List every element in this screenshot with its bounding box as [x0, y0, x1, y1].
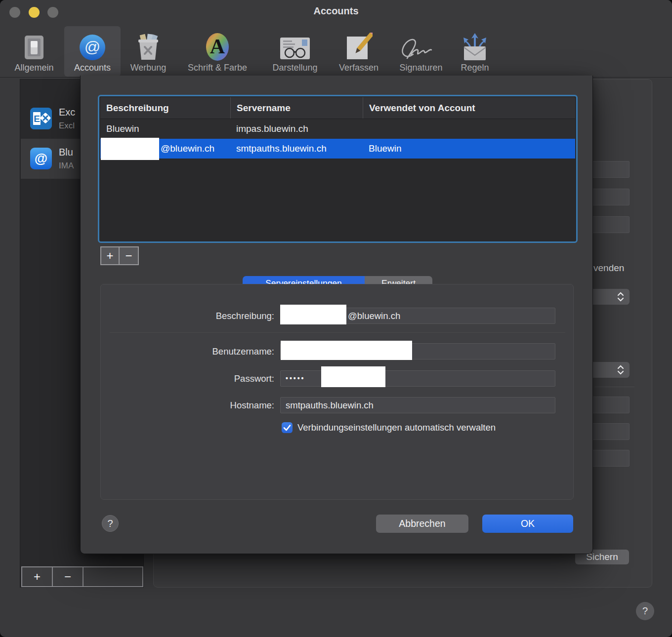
rules-envelope-arrows-icon: [461, 31, 489, 61]
dialog-help-button[interactable]: ?: [102, 515, 119, 532]
add-account-button[interactable]: +: [22, 567, 53, 586]
redaction-block: [281, 341, 412, 360]
svg-text:A: A: [210, 35, 225, 58]
account-title: Blu: [59, 147, 73, 158]
window-title: Accounts: [0, 5, 672, 17]
remove-account-button[interactable]: −: [53, 567, 84, 586]
window-help-button[interactable]: ?: [636, 602, 654, 620]
add-server-button[interactable]: +: [101, 247, 120, 264]
junk-trash-icon: [135, 31, 162, 61]
hostname-field[interactable]: smtpauths.bluewin.ch: [280, 397, 555, 413]
password-bullets: •••••: [286, 371, 305, 386]
envelope-glasses-icon: [279, 31, 311, 61]
at-circle-icon: @: [79, 31, 106, 61]
column-header-beschreibung[interactable]: Beschreibung: [100, 97, 230, 119]
password-field[interactable]: •••••: [280, 370, 555, 387]
redaction-block: [321, 366, 385, 387]
server-settings-group: Beschreibung: @bluewin.ch Benutzername: …: [100, 284, 574, 500]
remove-server-button[interactable]: −: [120, 247, 138, 264]
cancel-button[interactable]: Abbrechen: [376, 515, 468, 533]
ok-button[interactable]: OK: [482, 515, 573, 533]
stepper-chevrons-icon: [616, 364, 625, 375]
mail-preferences-window: Accounts Allgemein @: [0, 0, 672, 637]
account-title: Exc: [59, 107, 75, 118]
toolbar-item-accounts[interactable]: @ Accounts: [64, 26, 121, 77]
username-label: Benutzername:: [101, 343, 274, 359]
exchange-icon: E: [30, 108, 52, 129]
light-switch-icon: [23, 31, 45, 61]
description-field[interactable]: @bluewin.ch: [280, 308, 555, 324]
fonts-colors-icon: A: [205, 31, 230, 61]
table-row-selected[interactable]: @bluewin.ch smtpauths.bluewin.ch Bluewin: [100, 139, 575, 159]
toolbar-item-darstellung[interactable]: Darstellung: [263, 26, 327, 77]
username-field[interactable]: [280, 343, 555, 359]
smtp-server-table-focus-ring: Beschreibung Servername Verwendet von Ac…: [98, 95, 578, 243]
table-header: Beschreibung Servername Verwendet von Ac…: [100, 97, 575, 119]
svg-text:E: E: [34, 114, 40, 124]
column-header-servername[interactable]: Servername: [230, 97, 363, 119]
description-label: Beschreibung:: [101, 308, 274, 324]
auto-manage-checkbox[interactable]: [282, 422, 293, 433]
redaction-block: [280, 305, 346, 324]
account-subtitle: Excl: [59, 121, 75, 131]
smtp-server-table: Beschreibung Servername Verwendet von Ac…: [100, 97, 575, 240]
compose-pencil-icon: [345, 31, 373, 61]
svg-text:@: @: [84, 38, 100, 56]
toolbar-item-schrift-farbe[interactable]: A Schrift & Farbe: [177, 26, 258, 77]
account-subtitle: IMA: [59, 161, 74, 171]
titlebar-toolbar: Accounts Allgemein @: [0, 0, 672, 78]
table-row[interactable]: Bluewin impas.bluewin.ch: [100, 119, 575, 139]
divider: [110, 332, 565, 333]
toolbar-item-werbung[interactable]: Werbung: [125, 26, 172, 77]
redaction-block: [101, 138, 159, 160]
toolbar-item-verfassen[interactable]: Verfassen: [331, 26, 386, 77]
hostname-label: Hostname:: [101, 397, 274, 413]
background-label-partial: venden: [593, 263, 624, 274]
toolbar-item-allgemein[interactable]: Allgemein: [9, 26, 59, 77]
sidebar-add-remove-control: + −: [21, 566, 143, 587]
toolbar-item-regeln[interactable]: Regeln: [455, 26, 495, 77]
password-label: Passwort:: [101, 370, 274, 387]
checkmark-icon: [282, 422, 293, 433]
column-header-verwendet[interactable]: Verwendet von Account: [363, 97, 575, 119]
server-add-remove-control: + −: [100, 246, 139, 265]
segment-filler: [84, 567, 142, 586]
at-badge-icon: @: [30, 148, 52, 169]
toolbar-item-signaturen[interactable]: Signaturen: [390, 26, 452, 77]
auto-manage-label: Verbindungseinstellungen automatisch ver…: [297, 422, 496, 433]
signature-icon: [396, 31, 446, 61]
smtp-server-dialog: Beschreibung Servername Verwendet von Ac…: [80, 76, 593, 554]
divider: [594, 387, 634, 387]
stepper-chevrons-icon: [616, 291, 625, 302]
